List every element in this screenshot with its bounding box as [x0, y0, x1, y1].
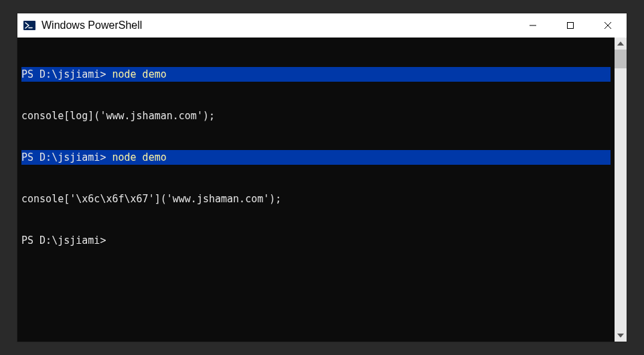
terminal-line: PS D:\jsjiami> — [21, 233, 611, 248]
scroll-up-button[interactable] — [615, 38, 627, 50]
powershell-icon — [23, 19, 36, 32]
prompt: PS D:\jsjiami> — [21, 151, 112, 164]
command-text: node demo — [112, 68, 166, 81]
command-text: node demo — [112, 151, 166, 164]
scroll-track[interactable] — [615, 50, 627, 330]
terminal-line: console['\x6c\x6f\x67']('www.jshaman.com… — [21, 192, 611, 206]
window-controls — [514, 13, 627, 38]
scroll-thumb[interactable] — [615, 50, 627, 68]
terminal-line: PS D:\jsjiami> node demo — [21, 150, 611, 165]
terminal-line: PS D:\jsjiami> node demo — [21, 67, 611, 82]
output-text: console['\x6c\x6f\x67']('www.jshaman.com… — [21, 192, 281, 206]
svg-rect-0 — [23, 21, 35, 30]
prompt: PS D:\jsjiami> — [21, 234, 106, 247]
terminal-line: console[log]('www.jshaman.com'); — [21, 109, 611, 123]
window-title: Windows PowerShell — [42, 19, 514, 31]
svg-rect-3 — [568, 23, 574, 29]
titlebar[interactable]: Windows PowerShell — [17, 13, 627, 38]
scrollbar[interactable] — [615, 38, 627, 342]
scroll-down-button[interactable] — [615, 330, 627, 342]
prompt: PS D:\jsjiami> — [21, 68, 112, 81]
terminal-wrapper: PS D:\jsjiami> node demo console[log]('w… — [17, 38, 627, 342]
maximize-button[interactable] — [552, 13, 589, 38]
close-button[interactable] — [589, 13, 627, 38]
terminal[interactable]: PS D:\jsjiami> node demo console[log]('w… — [17, 38, 615, 342]
powershell-window: Windows PowerShell PS D:\jsjiami> node d… — [17, 13, 627, 342]
output-text: console[log]('www.jshaman.com'); — [21, 109, 215, 123]
minimize-button[interactable] — [514, 13, 552, 38]
